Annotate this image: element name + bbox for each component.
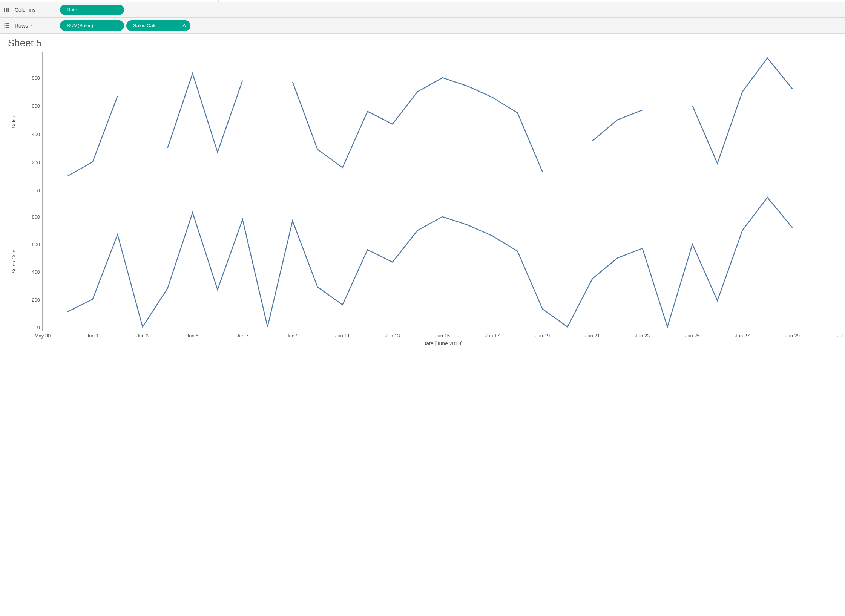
columns-label-wrap: Columns	[15, 7, 56, 13]
y-tick: 200	[22, 297, 40, 302]
x-tick: Jun 27	[735, 333, 750, 339]
y-axis-title-salescalc: Sales Calc	[7, 192, 20, 331]
x-tick: Jun 9	[287, 333, 299, 339]
columns-shelf[interactable]: Columns Date	[0, 2, 845, 18]
svg-point-5	[5, 25, 6, 26]
columns-icon	[3, 6, 11, 14]
y-tick: 400	[22, 131, 40, 137]
y-axis-ticks-sales: 0200400600800	[20, 52, 43, 192]
x-tick: Jun 1	[87, 333, 99, 339]
y-tick: 600	[22, 103, 40, 109]
y-tick: 0	[22, 325, 40, 330]
line-segment	[67, 198, 792, 327]
plot-salescalc[interactable]	[43, 192, 842, 331]
line-segment	[692, 58, 792, 164]
x-tick: Jun 25	[685, 333, 700, 339]
pill-label: Date	[67, 6, 77, 14]
rows-label: Rows	[15, 23, 28, 29]
svg-rect-1	[6, 8, 8, 12]
rows-shelf[interactable]: Rows SUM(Sales) Sales Calc Δ	[0, 18, 845, 34]
line-segment	[592, 110, 643, 141]
pill-label: SUM(Sales)	[67, 22, 93, 29]
pill-date[interactable]: Date	[60, 5, 124, 15]
table-calc-icon: Δ	[182, 22, 186, 29]
rows-pills: SUM(Sales) Sales Calc Δ	[60, 20, 842, 31]
y-tick: 400	[22, 269, 40, 275]
x-tick: Jun 21	[585, 333, 600, 339]
x-tick: Jun 23	[635, 333, 650, 339]
y-tick: 800	[22, 214, 40, 219]
svg-rect-4	[6, 23, 9, 24]
x-tick: Jun 17	[485, 333, 500, 339]
y-tick: 800	[22, 75, 40, 81]
rows-icon	[3, 21, 11, 30]
line-segment	[167, 74, 242, 152]
dropdown-icon[interactable]	[30, 25, 33, 26]
sheet-title: Sheet 5	[8, 37, 842, 49]
y-tick: 600	[22, 242, 40, 247]
x-tick: Jun 7	[236, 333, 248, 339]
x-tick: Jun 15	[435, 333, 450, 339]
line-segment	[67, 96, 118, 176]
svg-rect-8	[6, 27, 9, 28]
y-axis-ticks-salescalc: 0200400600800	[20, 192, 43, 331]
x-axis-title: Date [June 2018]	[43, 340, 842, 346]
svg-rect-0	[4, 8, 5, 12]
x-tick: Jun 3	[136, 333, 149, 339]
x-tick: Jun 29	[785, 333, 800, 339]
line-svg-salescalc	[43, 192, 842, 331]
line-svg-sales	[43, 52, 842, 192]
columns-label: Columns	[15, 7, 35, 13]
columns-pills: Date	[60, 5, 842, 15]
plot-sales[interactable]	[43, 52, 842, 192]
x-axis: Date [June 2018] May 30Jun 1Jun 3Jun 5Ju…	[43, 331, 842, 346]
svg-point-7	[5, 27, 6, 28]
app-root: Columns Date Rows SUM(Sales) S	[0, 0, 845, 349]
y-tick: 200	[22, 159, 40, 165]
x-tick: Jul 1	[837, 333, 845, 339]
svg-rect-6	[6, 25, 9, 26]
pill-label: Sales Calc	[133, 22, 156, 29]
chart-frame: Sales 0200400600800 Sales Calc 020040060…	[7, 52, 842, 346]
rows-label-wrap: Rows	[15, 23, 56, 29]
x-tick: Jun 13	[385, 333, 400, 339]
worksheet: Sheet 5 Sales 0200400600800 Sales Calc 0…	[0, 34, 845, 349]
pill-sum-sales[interactable]: SUM(Sales)	[60, 20, 124, 31]
line-segment	[293, 78, 543, 172]
svg-point-3	[5, 23, 6, 24]
y-axis-title-sales: Sales	[7, 52, 20, 192]
pill-sales-calc[interactable]: Sales Calc Δ	[126, 20, 190, 31]
x-tick: Jun 19	[535, 333, 550, 339]
x-tick: Jun 11	[335, 333, 350, 339]
svg-rect-2	[8, 8, 9, 12]
x-tick: Jun 5	[187, 333, 199, 339]
x-tick: May 30	[35, 333, 51, 339]
